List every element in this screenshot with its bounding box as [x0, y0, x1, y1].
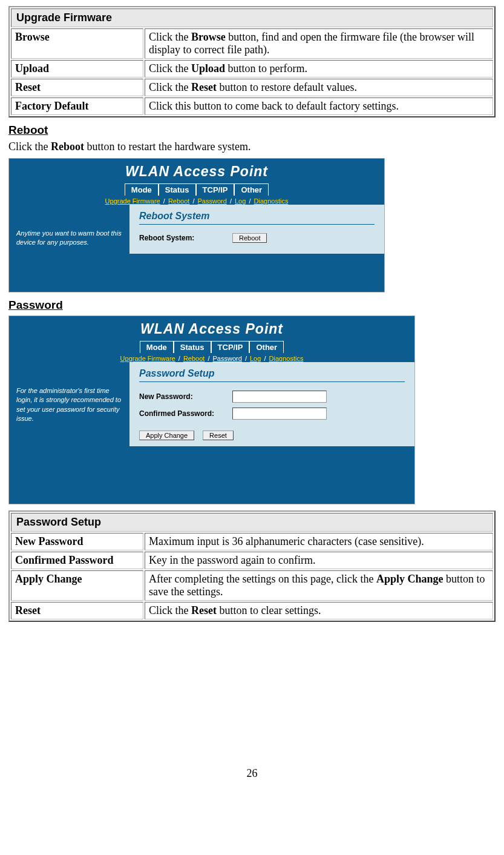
password-screenshot: WLAN Access Point Mode Status TCP/IP Oth…	[8, 315, 415, 504]
wlan-title: WLAN Access Point	[9, 163, 384, 180]
subnav-password[interactable]: Password	[213, 355, 242, 362]
row-label: Apply Change	[11, 570, 143, 601]
subnav-log[interactable]: Log	[250, 355, 261, 362]
reset-button[interactable]: Reset	[203, 431, 234, 440]
wlan-title: WLAN Access Point	[9, 321, 414, 337]
row-desc: Click the Reset button to clear settings…	[145, 602, 493, 619]
tab-status[interactable]: Status	[174, 341, 211, 353]
reboot-heading: Reboot	[8, 124, 496, 137]
panel-title: Password Setup	[139, 368, 405, 382]
tab-tcpip[interactable]: TCP/IP	[211, 341, 250, 353]
confirm-password-label: Confirmed Password:	[139, 409, 224, 418]
subnav-reboot[interactable]: Reboot	[168, 197, 189, 205]
page-number: 26	[8, 767, 496, 780]
table-row: Factory Default Click this button to com…	[11, 97, 493, 115]
row-label: Upload	[11, 60, 143, 78]
panel-title: Reboot System	[139, 211, 375, 225]
row-label: Browse	[11, 28, 143, 59]
screenshot-header: WLAN Access Point Mode Status TCP/IP Oth…	[9, 316, 414, 362]
upgrade-firmware-table: Upgrade Firmware Browse Click the Browse…	[8, 6, 496, 117]
reboot-button[interactable]: Reboot	[232, 233, 267, 243]
subnav-reboot[interactable]: Reboot	[183, 355, 205, 362]
tab-other[interactable]: Other	[249, 341, 284, 353]
row-desc: After completing the settings on this pa…	[145, 570, 493, 601]
subnav-diagnostics[interactable]: Diagnostics	[254, 197, 289, 205]
subnav: Upgrade Firmware / Reboot / Password / L…	[9, 355, 414, 362]
screenshot-header: WLAN Access Point Mode Status TCP/IP Oth…	[9, 159, 384, 205]
reboot-body: Click the Reboot button to restart the h…	[8, 140, 496, 153]
subnav-upgrade[interactable]: Upgrade Firmware	[105, 197, 160, 205]
row-desc: Click this button to come back to defaul…	[145, 97, 493, 115]
new-password-input[interactable]	[232, 391, 327, 403]
reboot-label: Reboot System:	[139, 234, 224, 242]
table-row: Apply Change After completing the settin…	[11, 570, 493, 601]
subnav-diagnostics[interactable]: Diagnostics	[269, 355, 304, 362]
row-label: Confirmed Password	[11, 552, 143, 569]
confirm-password-input[interactable]	[232, 408, 327, 420]
tab-status[interactable]: Status	[159, 183, 196, 196]
row-desc: Click the Reset button to restore defaul…	[145, 79, 493, 96]
subnav-password[interactable]: Password	[198, 197, 227, 205]
table-row: Confirmed Password Key in the password a…	[11, 552, 493, 569]
table-row: Upload Click the Upload button to perfor…	[11, 60, 493, 78]
main-panel: Password Setup New Password: Confirmed P…	[129, 362, 414, 446]
row-label: Reset	[11, 602, 143, 619]
password-setup-table: Password Setup New Password Maximum inpu…	[8, 510, 496, 622]
table-row: Browse Click the Browse button, find and…	[11, 28, 493, 59]
subnav-log[interactable]: Log	[235, 197, 246, 205]
sidebar-help: For the administrator's first time login…	[9, 362, 129, 446]
subnav-upgrade[interactable]: Upgrade Firmware	[120, 355, 175, 362]
tab-mode[interactable]: Mode	[140, 341, 174, 353]
tab-other[interactable]: Other	[234, 183, 269, 196]
tab-bar: Mode Status TCP/IP Other	[9, 183, 384, 196]
table-row: Reset Click the Reset button to clear se…	[11, 602, 493, 619]
new-password-label: New Password:	[139, 392, 224, 401]
password-heading: Password	[8, 299, 496, 312]
sidebar-help: Anytime you want to warm boot this devic…	[9, 205, 129, 254]
table-row: Reset Click the Reset button to restore …	[11, 79, 493, 96]
row-desc: Click the Browse button, find and open t…	[145, 28, 493, 59]
table-row: New Password Maximum input is 36 alphanu…	[11, 533, 493, 550]
row-desc: Key in the password again to confirm.	[145, 552, 493, 569]
table-header: Upgrade Firmware	[11, 8, 493, 27]
apply-change-button[interactable]: Apply Change	[139, 431, 194, 440]
subnav: Upgrade Firmware / Reboot / Password / L…	[9, 197, 384, 205]
row-desc: Click the Upload button to perform.	[145, 60, 493, 78]
tab-tcpip[interactable]: TCP/IP	[196, 183, 235, 196]
tab-bar: Mode Status TCP/IP Other	[9, 341, 414, 353]
row-label: New Password	[11, 533, 143, 550]
row-label: Reset	[11, 79, 143, 96]
table-header: Password Setup	[11, 513, 493, 532]
row-label: Factory Default	[11, 97, 143, 115]
tab-mode[interactable]: Mode	[125, 183, 159, 196]
row-desc: Maximum input is 36 alphanumeric charact…	[145, 533, 493, 550]
main-panel: Reboot System Reboot System: Reboot	[129, 205, 384, 254]
reboot-screenshot: WLAN Access Point Mode Status TCP/IP Oth…	[8, 158, 385, 292]
